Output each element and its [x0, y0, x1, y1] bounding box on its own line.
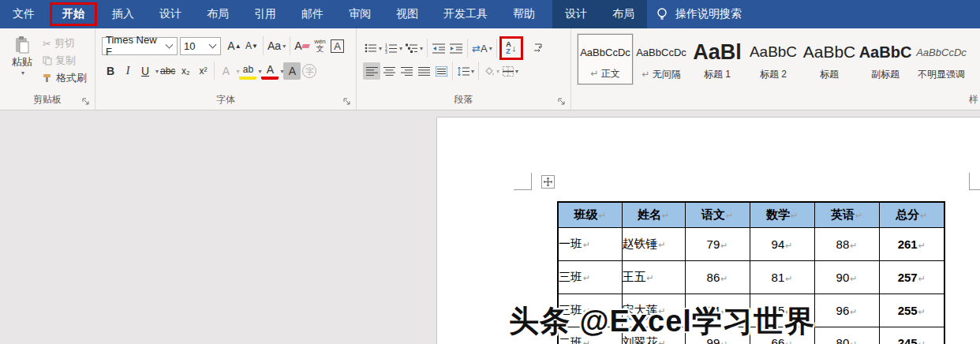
clipboard-dialog-launcher[interactable] [81, 97, 91, 107]
underline-button[interactable]: U [137, 62, 154, 80]
align-center-button[interactable] [380, 62, 398, 80]
paste-button[interactable]: 粘贴 ▾ [5, 35, 39, 77]
asian-layout-button[interactable]: ⇄A▾ [470, 39, 494, 57]
show-hide-marks-button[interactable] [529, 39, 547, 57]
change-case-button[interactable]: Aa▾ [266, 37, 287, 54]
enclose-characters-button[interactable]: 字 [301, 62, 318, 80]
ribbon-tab-10[interactable]: 帮助 [500, 0, 548, 28]
table-tools-contextual-tabs: 设计布局 [552, 0, 647, 28]
text-effects-button[interactable]: A [217, 62, 234, 80]
table-cell[interactable]: 79↵ [685, 227, 750, 260]
style-preview: AaBbCcDc [578, 38, 632, 67]
paragraph-dialog-launcher[interactable] [557, 97, 567, 107]
style-card-不明显强调[interactable]: AaBbCcDc不明显强调 [914, 34, 969, 84]
grow-font-button[interactable]: A▲ [226, 37, 243, 54]
text-highlight-button[interactable]: ab [239, 62, 256, 80]
phonetic-guide-button[interactable]: wén文 [311, 37, 328, 54]
ribbon-tab-6[interactable]: 邮件 [289, 0, 336, 28]
bullets-button[interactable]: ▾ [363, 39, 383, 57]
table-header-cell[interactable]: 班级↵ [558, 202, 622, 227]
font-size-combobox[interactable]: 10 [180, 37, 221, 55]
font-name-combobox[interactable]: Times New F [102, 37, 178, 55]
font-color-button[interactable]: A [261, 62, 279, 80]
style-card-标题 2[interactable]: AaBbC标题 2 [746, 34, 801, 84]
ribbon-tab-8[interactable]: 视图 [383, 0, 431, 28]
move-cross-icon [544, 178, 552, 186]
table-header-cell[interactable]: 数学↵ [750, 202, 814, 227]
table-cell[interactable]: 81↵ [750, 260, 814, 294]
character-shading-button[interactable]: A [283, 62, 301, 80]
ribbon-tab-7[interactable]: 审阅 [336, 0, 383, 28]
table-header-cell[interactable]: 英语↵ [814, 202, 879, 227]
font-dialog-launcher[interactable] [342, 97, 352, 107]
clipboard-group: 粘贴 ▾ ✂ 剪切 复制 格式刷 剪贴板 [0, 28, 95, 110]
table-cell[interactable]: 赵铁锤↵ [622, 227, 685, 260]
align-right-button[interactable] [398, 62, 415, 80]
style-preview: AaBl [690, 37, 745, 67]
ribbon-tab-5[interactable]: 引用 [241, 0, 289, 28]
style-card-正文[interactable]: AaBbCcDc↵ 正文 [578, 34, 633, 84]
table-cell[interactable]: 一班↵ [558, 227, 622, 260]
style-card-副标题[interactable]: AaBbC副标题 [858, 34, 913, 84]
table-row: 三班↵王五↵86↵81↵90↵257↵ [558, 260, 944, 294]
table-cell[interactable]: 三班↵ [558, 260, 622, 294]
style-name: 不明显强调 [914, 68, 969, 81]
margin-cropmark-left [514, 173, 532, 190]
shading-button[interactable]: ▾ [481, 62, 501, 80]
table-cell[interactable]: 王五↵ [622, 260, 685, 294]
increase-indent-button[interactable] [447, 39, 465, 57]
subscript-button[interactable]: x₂ [177, 62, 194, 80]
table-cell[interactable]: 257↵ [879, 260, 944, 294]
shrink-font-button[interactable]: A▼ [243, 37, 260, 54]
line-spacing-icon [457, 66, 469, 77]
numbering-button[interactable]: 123 ▾ [383, 39, 404, 57]
table-cell[interactable]: 94↵ [750, 227, 814, 260]
multilevel-list-button[interactable]: ▾ [404, 39, 425, 57]
borders-button[interactable]: ▾ [501, 62, 520, 80]
style-card-无间隔[interactable]: AaBbCcDc↵ 无间隔 [634, 34, 689, 84]
decrease-indent-button[interactable] [430, 39, 447, 57]
table-cell[interactable]: 245↵ [879, 327, 944, 344]
strikethrough-button[interactable]: abc [159, 62, 177, 80]
style-card-标题 1[interactable]: AaBl标题 1 [690, 34, 745, 84]
contextual-tab-1[interactable]: 布局 [600, 0, 647, 28]
paste-dropdown-arrow[interactable]: ▾ [6, 69, 39, 77]
chevron-down-icon [209, 41, 217, 49]
ribbon-tab-1[interactable]: 开始 [50, 2, 97, 26]
table-cell[interactable]: 96↵ [814, 294, 879, 327]
table-cell[interactable]: 255↵ [879, 294, 944, 327]
character-border-button[interactable]: A [328, 37, 346, 54]
table-header-cell[interactable]: 总分↵ [879, 202, 944, 227]
align-left-button[interactable] [363, 62, 380, 80]
ribbon-tab-9[interactable]: 开发工具 [431, 0, 500, 28]
sort-button[interactable]: AZ ↓ [503, 39, 520, 57]
distribute-button[interactable] [432, 62, 450, 80]
table-cell[interactable]: 261↵ [879, 227, 944, 260]
table-cell[interactable]: 80↵ [814, 327, 879, 344]
font-group-label: 字体 [95, 93, 356, 107]
copy-button[interactable]: 复制 [43, 52, 87, 69]
superscript-button[interactable]: x² [194, 62, 211, 80]
justify-button[interactable] [415, 62, 432, 80]
tell-me-search[interactable]: 操作说明搜索 [655, 7, 742, 21]
format-painter-button[interactable]: 格式刷 [43, 69, 87, 87]
style-card-标题[interactable]: AaBbC标题 [802, 34, 857, 84]
table-cell[interactable]: 86↵ [685, 260, 750, 294]
italic-button[interactable]: I [119, 62, 137, 80]
table-cell[interactable]: 90↵ [814, 260, 879, 294]
ribbon-tab-4[interactable]: 布局 [194, 0, 241, 28]
ribbon-tab-3[interactable]: 设计 [147, 0, 194, 28]
clear-formatting-button[interactable]: A [293, 37, 311, 54]
table-cell[interactable]: 88↵ [814, 227, 879, 260]
bold-button[interactable]: B [102, 62, 119, 80]
style-preview: AaBbC [858, 37, 913, 67]
ribbon-tab-2[interactable]: 插入 [99, 0, 147, 28]
contextual-tab-0[interactable]: 设计 [552, 0, 600, 28]
table-header-cell[interactable]: 语文↵ [685, 202, 750, 227]
table-move-handle[interactable] [541, 175, 555, 189]
line-spacing-button[interactable]: ▾ [455, 62, 476, 80]
ribbon-tab-0[interactable]: 文件 [0, 0, 47, 28]
table-header-cell[interactable]: 姓名↵ [622, 202, 685, 227]
align-left-icon [366, 66, 378, 77]
cut-button[interactable]: ✂ 剪切 [43, 35, 87, 52]
